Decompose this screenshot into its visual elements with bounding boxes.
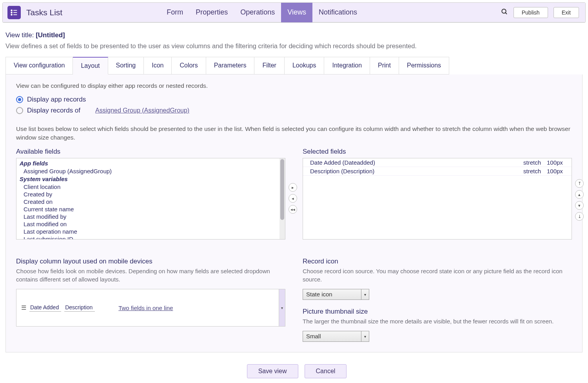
move-top-button[interactable]: ⤒ (575, 179, 584, 188)
move-left-button[interactable]: ◂ (289, 194, 297, 203)
icon-thumbnail-section: Record icon Choose record icon source. Y… (303, 258, 572, 342)
svg-point-4 (11, 14, 12, 15)
subtab-integration[interactable]: Integration (324, 57, 370, 74)
selected-width[interactable]: 100px (547, 159, 568, 166)
available-scrollbar[interactable] (279, 158, 285, 239)
available-item[interactable]: Created by (16, 191, 279, 198)
subtab-parameters[interactable]: Parameters (206, 57, 255, 74)
sample-field-1: Date Added (29, 304, 61, 312)
radio-display-records-of[interactable] (16, 107, 23, 114)
record-icon-title: Record icon (303, 258, 572, 265)
mobile-layout-sample: ☰ Date Added Description (21, 304, 95, 312)
tab-views[interactable]: Views (281, 3, 312, 22)
record-icon-value: State icon (303, 289, 361, 300)
available-header-system: System variables (16, 175, 279, 183)
subtab-sorting[interactable]: Sorting (108, 57, 144, 74)
selected-name[interactable]: Date Added (Dateadded) (306, 159, 523, 166)
subtab-filter[interactable]: Filter (254, 57, 285, 74)
subtab-lookups[interactable]: Lookups (285, 57, 325, 74)
selected-row: Description (Description) stretch 100px (303, 167, 572, 176)
available-header-app-fields: App fields (16, 159, 279, 167)
tab-properties[interactable]: Properties (189, 3, 234, 22)
move-down-button[interactable]: ▾ (575, 201, 584, 210)
selected-listbox[interactable]: Date Added (Dateadded) stretch 100px Des… (303, 158, 572, 240)
sub-tabs: View configuration Layout Sorting Icon C… (5, 57, 588, 74)
subtab-icon[interactable]: Icon (144, 57, 172, 74)
app-icon (7, 6, 21, 19)
subtab-print[interactable]: Print (370, 57, 399, 74)
mobile-layout-dropdown[interactable]: ☰ Date Added Description Two fields in o… (16, 289, 285, 327)
view-description: View defines a set of fields to be prese… (5, 42, 588, 50)
selected-width[interactable]: 100px (547, 168, 568, 174)
view-title-value: [Untitled] (36, 31, 65, 39)
mobile-layout-label: Two fields in one line (118, 305, 173, 311)
tab-notifications[interactable]: Notifications (312, 3, 363, 22)
move-right-button[interactable]: ▸ (289, 183, 297, 192)
nested-link[interactable]: Assigned Group (AssignedGroup) (95, 107, 189, 114)
record-icon-select[interactable]: State icon ▾ (303, 289, 369, 300)
selected-stretch[interactable]: stretch (523, 168, 547, 174)
view-title-row: View title: [Untitled] (5, 31, 588, 39)
subtab-layout[interactable]: Layout (73, 57, 108, 74)
selected-row: Date Added (Dateadded) stretch 100px (303, 158, 572, 167)
mobile-desc: Choose how fields look on mobile devices… (16, 267, 285, 283)
dropdown-arrow-icon[interactable]: ▾ (279, 289, 285, 326)
cancel-button[interactable]: Cancel (305, 364, 347, 378)
view-title-label: View title: (5, 31, 36, 39)
list-icon: ☰ (21, 304, 26, 311)
available-item[interactable]: Assigned Group (AssignedGroup) (16, 167, 279, 175)
move-bottom-button[interactable]: ⤓ (575, 212, 584, 221)
selected-title: Selected fields (303, 148, 572, 156)
subtab-colors[interactable]: Colors (172, 57, 206, 74)
available-listbox[interactable]: App fields Assigned Group (AssignedGroup… (16, 158, 285, 240)
available-item[interactable]: Current state name (16, 205, 279, 213)
chevron-down-icon: ▾ (361, 289, 369, 300)
svg-point-0 (11, 10, 12, 11)
exit-button[interactable]: Exit (554, 7, 579, 18)
mobile-title: Display column layout used on mobile dev… (16, 258, 285, 265)
available-item[interactable]: Last submission ID (16, 235, 279, 239)
thumbnail-value: Small (303, 331, 361, 341)
selected-fields-column: Selected fields Date Added (Dateadded) s… (303, 148, 572, 240)
layout-panel: View can be configured to display either… (5, 74, 583, 352)
move-buttons: ▸ ◂ ◂◂ (289, 183, 297, 214)
thumbnail-select[interactable]: Small ▾ (303, 331, 369, 342)
radio-app-label: Display app records (27, 96, 86, 103)
order-buttons: ⤒ ▴ ▾ ⤓ (575, 179, 584, 221)
panel-help: Use list boxes below to select which fie… (16, 125, 572, 142)
search-icon[interactable] (501, 8, 508, 16)
footer: Save view Cancel (5, 352, 588, 383)
record-icon-desc: Choose record icon source. You may choos… (303, 267, 572, 283)
selected-name[interactable]: Description (Description) (306, 168, 523, 174)
available-fields-column: Available fields App fields Assigned Gro… (16, 148, 285, 240)
available-item[interactable]: Created on (16, 198, 279, 205)
move-up-button[interactable]: ▴ (575, 190, 584, 199)
chevron-down-icon: ▾ (361, 331, 369, 341)
tab-form[interactable]: Form (160, 3, 189, 22)
move-all-left-button[interactable]: ◂◂ (289, 205, 297, 214)
selected-stretch[interactable]: stretch (523, 159, 547, 166)
tab-operations[interactable]: Operations (234, 3, 281, 22)
svg-point-2 (11, 12, 12, 13)
app-title: Tasks List (26, 8, 62, 17)
svg-point-6 (502, 9, 506, 13)
top-tabs: Form Properties Operations Views Notific… (160, 3, 363, 22)
svg-line-7 (505, 13, 507, 14)
available-item[interactable]: Client location (16, 183, 279, 191)
save-button[interactable]: Save view (247, 364, 298, 378)
radio-display-app-records[interactable] (16, 96, 23, 103)
scroll-thumb[interactable] (280, 159, 284, 220)
top-bar: Tasks List Form Properties Operations Vi… (3, 3, 585, 22)
subtab-view-configuration[interactable]: View configuration (6, 57, 73, 74)
thumbnail-title: Picture thumbnail size (303, 308, 572, 316)
subtab-permissions[interactable]: Permissions (399, 57, 449, 74)
radio-nested-label: Display records of (27, 107, 80, 114)
available-item[interactable]: Last modified by (16, 213, 279, 220)
available-item[interactable]: Last operation name (16, 228, 279, 235)
available-title: Available fields (16, 148, 285, 156)
publish-button[interactable]: Publish (514, 7, 548, 18)
mobile-layout-section: Display column layout used on mobile dev… (16, 258, 285, 342)
panel-intro: View can be configured to display either… (16, 82, 572, 89)
available-item[interactable]: Last modified on (16, 220, 279, 228)
thumbnail-desc: The larger the thumbnail size the more d… (303, 317, 572, 325)
